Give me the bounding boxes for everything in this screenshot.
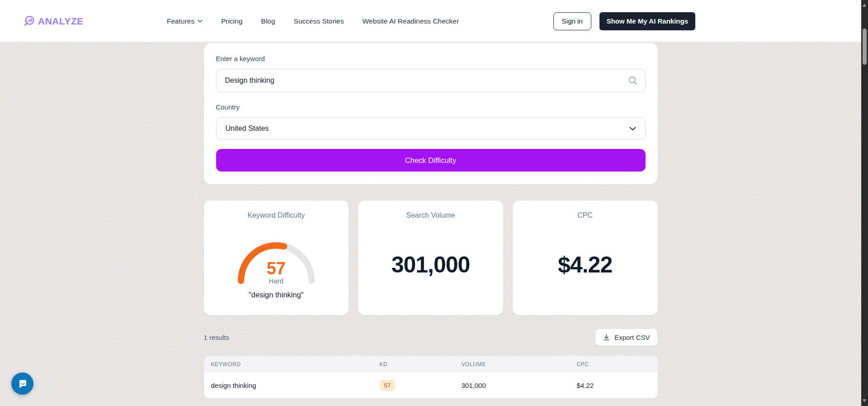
scrollbar-up-arrow[interactable] <box>863 4 866 7</box>
scrollbar-down-arrow[interactable] <box>863 399 866 402</box>
brand-name: ANALYZE <box>38 16 84 27</box>
row-kd: 57 <box>376 380 458 391</box>
nav-item-blog[interactable]: Blog <box>261 17 275 25</box>
check-difficulty-button[interactable]: Check Difficulty <box>216 149 646 172</box>
volume-card-title: Search Volume <box>406 211 455 220</box>
cpc-card: CPC $4.22 <box>513 201 658 315</box>
results-table: KEYWORD KD VOLUME CPC design thinking 57… <box>204 356 658 398</box>
country-label: Country <box>216 103 646 111</box>
top-nav: ANALYZE Features Pricing Blog Success St… <box>0 0 861 42</box>
col-header-kd: KD <box>376 361 458 368</box>
results-bar: 1 results Export CSV <box>204 329 658 346</box>
keyword-input-wrap <box>216 69 646 92</box>
keyword-label: Enter a keyword <box>216 55 646 62</box>
sign-in-button[interactable]: Sign in <box>553 12 591 30</box>
col-header-keyword: KEYWORD <box>204 361 376 368</box>
cpc-card-title: CPC <box>577 211 593 220</box>
difficulty-card-title: Keyword Difficulty <box>247 211 305 220</box>
chevron-down-icon <box>198 19 203 23</box>
difficulty-score: 57 <box>233 260 319 277</box>
metric-cards: Keyword Difficulty 57 Hard "design think… <box>204 201 658 315</box>
table-row: design thinking 57 301,000 $4.22 <box>204 373 658 398</box>
ai-rankings-cta-button[interactable]: Show Me My AI Rankings <box>599 12 695 30</box>
volume-value: 301,000 <box>392 220 470 315</box>
nav-actions: Sign in Show Me My AI Rankings <box>553 0 695 42</box>
download-icon <box>603 334 610 341</box>
keyword-difficulty-card: Keyword Difficulty 57 Hard "design think… <box>204 201 349 315</box>
col-header-volume: VOLUME <box>458 361 571 368</box>
row-keyword: design thinking <box>204 382 376 389</box>
keyword-form-card: Enter a keyword Country United States Ch… <box>204 43 658 184</box>
page: ANALYZE Features Pricing Blog Success St… <box>0 0 861 406</box>
nav-item-success-stories[interactable]: Success Stories <box>294 17 344 25</box>
select-chevron-down-icon <box>629 127 636 131</box>
brand-logo[interactable]: ANALYZE <box>23 0 84 42</box>
main-content: Enter a keyword Country United States Ch… <box>204 43 658 398</box>
nav-item-ai-readiness-checker[interactable]: Website AI Readiness Checker <box>363 17 459 25</box>
difficulty-keyword-text: "design thinking" <box>249 291 304 299</box>
analyze-magnifier-chart-icon <box>23 15 35 27</box>
country-select-value: United States <box>226 124 269 133</box>
nav-item-pricing[interactable]: Pricing <box>221 17 242 25</box>
export-csv-label: Export CSV <box>614 334 650 341</box>
cpc-value: $4.22 <box>558 220 612 315</box>
difficulty-gauge: 57 Hard <box>233 238 319 285</box>
nav-links: Features Pricing Blog Success Stories We… <box>167 0 459 42</box>
table-header-row: KEYWORD KD VOLUME CPC <box>204 356 658 373</box>
chat-widget-button[interactable] <box>11 373 33 395</box>
difficulty-level-label: Hard <box>233 277 319 285</box>
export-csv-button[interactable]: Export CSV <box>595 329 657 346</box>
results-count: 1 results <box>204 334 230 341</box>
browser-scrollbar <box>861 0 868 406</box>
col-header-cpc: CPC <box>571 361 658 368</box>
country-select[interactable]: United States <box>216 117 646 140</box>
search-icon <box>628 76 638 86</box>
chat-bubble-icon <box>17 378 28 390</box>
kd-badge: 57 <box>380 380 395 391</box>
keyword-input[interactable] <box>216 69 646 92</box>
nav-item-features[interactable]: Features <box>167 17 203 25</box>
scrollbar-thumb[interactable] <box>863 29 867 65</box>
search-volume-card: Search Volume 301,000 <box>358 201 503 315</box>
row-cpc: $4.22 <box>571 382 658 389</box>
row-volume: 301,000 <box>458 382 571 389</box>
